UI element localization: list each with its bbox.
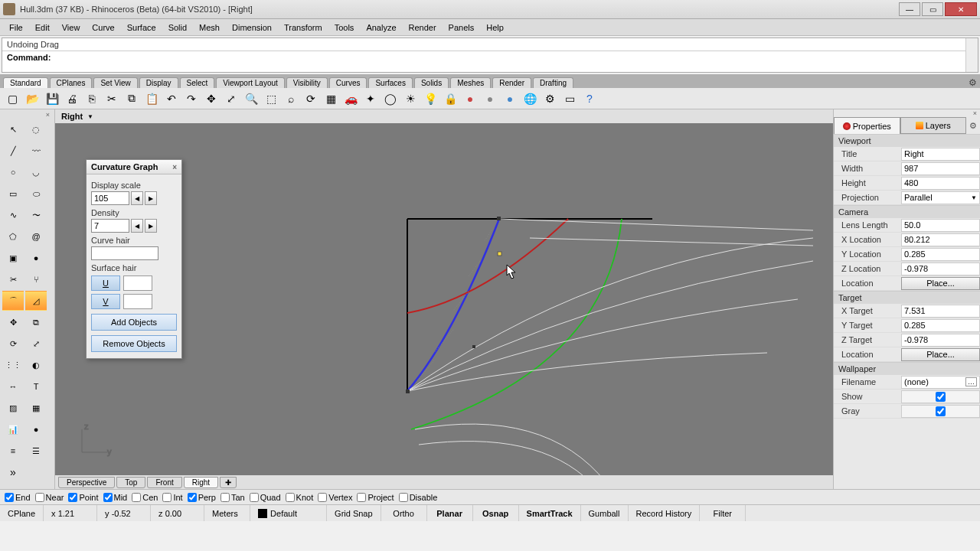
- menu-tools[interactable]: Tools: [328, 21, 361, 34]
- osnap-point[interactable]: Point: [68, 493, 98, 502]
- osnap-mid[interactable]: Mid: [103, 493, 128, 502]
- tool-arc[interactable]: ◡: [25, 162, 47, 182]
- toolbar-tab-visibility[interactable]: Visibility: [286, 77, 328, 88]
- open-icon[interactable]: 📂: [23, 90, 41, 108]
- tool-move[interactable]: ✥: [2, 312, 24, 332]
- tab-layers[interactable]: Layers: [900, 117, 967, 134]
- shade-g-icon[interactable]: ●: [481, 90, 499, 108]
- tool-ellipse[interactable]: ⬭: [25, 184, 47, 204]
- status-toggle-smarttrack[interactable]: SmartTrack: [519, 505, 581, 521]
- toolbar-tab-render[interactable]: Render: [492, 77, 531, 88]
- tool-render[interactable]: ●: [25, 419, 47, 439]
- curve-hair-field[interactable]: [91, 246, 158, 260]
- tool-polygon[interactable]: ⬠: [2, 227, 24, 246]
- toolbar-tab-display[interactable]: Display: [139, 77, 178, 88]
- tool-rect[interactable]: ▭: [2, 184, 24, 204]
- v-field[interactable]: [123, 294, 152, 309]
- osnap-cen-checkbox[interactable]: [132, 493, 141, 502]
- osnap-vertex[interactable]: Vertex: [318, 493, 352, 502]
- osnap-quad-checkbox[interactable]: [250, 493, 259, 502]
- place-target-button[interactable]: Place...: [901, 348, 980, 361]
- prop-xtarget-value[interactable]: 7.531: [901, 305, 980, 318]
- osnap-near[interactable]: Near: [35, 493, 64, 502]
- menu-panels[interactable]: Panels: [443, 21, 481, 34]
- view-tab-right[interactable]: Right: [184, 477, 218, 488]
- osnap-vertex-checkbox[interactable]: [318, 493, 327, 502]
- menu-curve[interactable]: Curve: [86, 21, 120, 34]
- sun-icon[interactable]: ☀: [401, 90, 420, 108]
- toolbar-tab-standard[interactable]: Standard: [3, 77, 48, 88]
- pan-icon[interactable]: ✥: [202, 90, 220, 108]
- density-input[interactable]: [91, 219, 129, 233]
- menu-file[interactable]: File: [3, 21, 29, 34]
- osnap-cen[interactable]: Cen: [132, 493, 158, 502]
- new-icon[interactable]: ▢: [3, 90, 21, 108]
- osnap-int-checkbox[interactable]: [162, 493, 172, 502]
- tool-boolean[interactable]: ◐: [25, 355, 47, 375]
- osnap-end[interactable]: End: [5, 493, 31, 502]
- toolbar-tab-select[interactable]: Select: [180, 77, 215, 88]
- display-scale-input[interactable]: [91, 191, 129, 205]
- toolbar-tab-solids[interactable]: Solids: [414, 77, 449, 88]
- panel-gear-icon[interactable]: ⚙: [966, 117, 980, 134]
- toolbox-more-icon[interactable]: »: [2, 462, 24, 482]
- osnap-disable-checkbox[interactable]: [399, 493, 408, 502]
- prop-width-value[interactable]: 987: [901, 162, 980, 175]
- tool-rotate[interactable]: ⟳: [2, 334, 24, 354]
- zoom-sel-icon[interactable]: ⬚: [262, 90, 280, 108]
- prop-title-value[interactable]: Right: [901, 148, 980, 161]
- prop-xloc-value[interactable]: 80.212: [901, 233, 980, 246]
- toolbar-tab-curves[interactable]: Curves: [329, 77, 368, 88]
- menu-analyze[interactable]: Analyze: [360, 21, 402, 34]
- panel-close-icon[interactable]: ×: [834, 109, 980, 117]
- tool-props[interactable]: ☰: [25, 441, 47, 461]
- grid-icon[interactable]: ▦: [322, 90, 340, 108]
- shade-b-icon[interactable]: ●: [501, 90, 519, 108]
- prop-ztarget-value[interactable]: -0.978: [901, 334, 980, 347]
- osnap-tan[interactable]: Tan: [220, 493, 245, 502]
- tool-array[interactable]: ⋮⋮: [2, 355, 24, 375]
- gear-icon[interactable]: ⚙: [541, 90, 559, 108]
- osnap-point-checkbox[interactable]: [68, 493, 77, 502]
- status-cplane[interactable]: CPlane: [0, 505, 44, 521]
- status-toggle-record-history[interactable]: Record History: [629, 505, 701, 521]
- prop-height-value[interactable]: 480: [901, 177, 980, 190]
- status-toggle-planar[interactable]: Planar: [427, 505, 473, 521]
- tool-pointer[interactable]: ↖: [2, 119, 24, 139]
- viewport-dropdown-icon[interactable]: ▼: [87, 113, 93, 120]
- prop-filename-value[interactable]: (none)…: [901, 376, 980, 389]
- tool-box[interactable]: ▣: [2, 248, 24, 268]
- osnap-quad[interactable]: Quad: [250, 493, 281, 502]
- tool-circle[interactable]: ○: [2, 162, 24, 182]
- tool-split[interactable]: ⑂: [25, 269, 47, 289]
- view-tab-front[interactable]: Front: [147, 477, 181, 488]
- view-tab-top[interactable]: Top: [116, 477, 145, 488]
- copy-icon[interactable]: ⧉: [122, 90, 141, 108]
- maximize-button[interactable]: ▭: [922, 2, 943, 16]
- toolbar-gear-icon[interactable]: ⚙: [969, 77, 977, 88]
- status-toggle-osnap[interactable]: Osnap: [473, 505, 519, 521]
- bug-icon[interactable]: ✦: [361, 90, 380, 108]
- lock-icon[interactable]: 🔒: [441, 90, 459, 108]
- u-field[interactable]: [123, 276, 152, 291]
- print-icon[interactable]: 🖨: [63, 90, 81, 108]
- close-button[interactable]: ✕: [945, 2, 977, 16]
- osnap-project[interactable]: Project: [357, 493, 394, 502]
- tool-interp[interactable]: 〜: [25, 205, 47, 225]
- help-icon[interactable]: ?: [580, 90, 599, 108]
- tool-chamfer[interactable]: ◿: [25, 291, 47, 311]
- osnap-int[interactable]: Int: [162, 493, 182, 502]
- shade-r-icon[interactable]: ●: [461, 90, 479, 108]
- tool-trim[interactable]: ✂: [2, 269, 24, 289]
- zoom-ext-icon[interactable]: ⤢: [222, 90, 240, 108]
- redo-icon[interactable]: ↷: [182, 90, 201, 108]
- menu-view[interactable]: View: [56, 21, 87, 34]
- car-icon[interactable]: 🚗: [341, 90, 360, 108]
- prop-show-checkbox[interactable]: [936, 392, 946, 402]
- circle-icon[interactable]: ◯: [381, 90, 400, 108]
- sel-icon[interactable]: ▭: [560, 90, 579, 108]
- tool-sphere[interactable]: ●: [25, 248, 47, 268]
- density-up-button[interactable]: ▶: [145, 219, 157, 233]
- tool-hatch[interactable]: ▨: [2, 398, 24, 418]
- toolbar-tab-surfaces[interactable]: Surfaces: [368, 77, 412, 88]
